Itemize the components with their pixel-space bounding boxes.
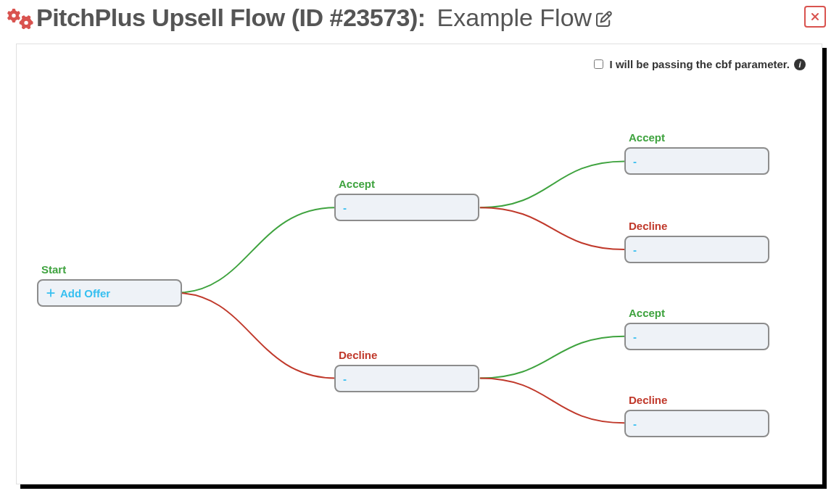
- flow-name: Example Flow: [437, 4, 592, 32]
- start-add-offer-button[interactable]: Add Offer: [37, 279, 182, 307]
- gears-icon: [7, 6, 33, 32]
- l2-da-label: Accept: [629, 307, 665, 319]
- edit-icon[interactable]: [596, 11, 612, 27]
- l2-ad-value: -: [633, 244, 637, 256]
- l1-decline-value: -: [343, 373, 347, 385]
- start-label: Start: [41, 263, 66, 276]
- l2-ad-node[interactable]: -: [624, 236, 769, 263]
- cbf-label: I will be passing the cbf parameter.: [610, 58, 790, 70]
- start-add-offer-label: Add Offer: [60, 287, 110, 299]
- delete-flow-button[interactable]: [804, 6, 826, 28]
- l1-decline-node[interactable]: -: [334, 365, 479, 392]
- l2-aa-label: Accept: [629, 131, 665, 144]
- l2-da-node[interactable]: -: [624, 323, 769, 350]
- page-title: PitchPlus Upsell Flow (ID #23573):: [36, 4, 426, 32]
- l2-aa-value: -: [633, 155, 637, 168]
- l2-da-value: -: [633, 331, 637, 343]
- l1-accept-label: Accept: [339, 178, 375, 190]
- flow-canvas: I will be passing the cbf parameter. i S…: [16, 44, 822, 484]
- l2-dd-node[interactable]: -: [624, 410, 769, 437]
- l2-aa-node[interactable]: -: [624, 147, 769, 175]
- cbf-checkbox[interactable]: [594, 59, 603, 69]
- l1-decline-label: Decline: [339, 349, 377, 361]
- l1-accept-value: -: [343, 202, 347, 214]
- l2-dd-value: -: [633, 418, 637, 430]
- info-icon[interactable]: i: [794, 59, 806, 70]
- plus-icon: [46, 288, 56, 298]
- l1-accept-node[interactable]: -: [334, 194, 479, 221]
- l2-ad-label: Decline: [629, 220, 667, 232]
- l2-dd-label: Decline: [629, 394, 667, 406]
